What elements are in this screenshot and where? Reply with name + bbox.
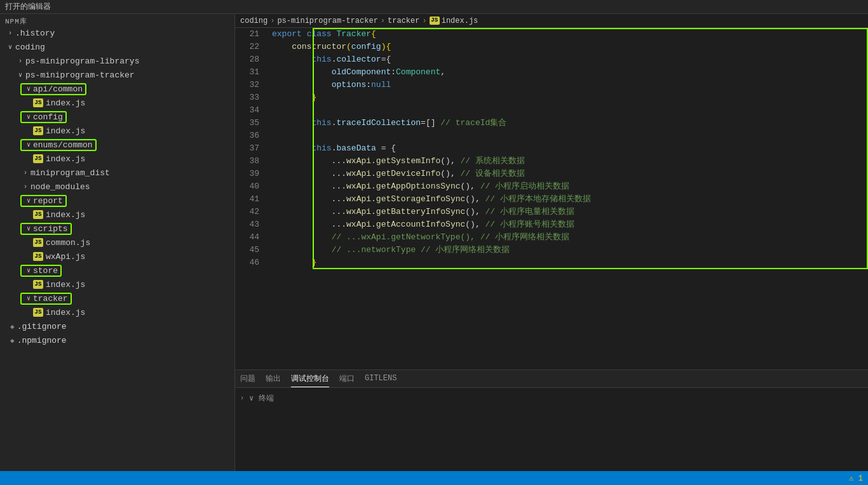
sidebar-item-history[interactable]: › .history — [0, 26, 234, 40]
sidebar-item-enums-common[interactable]: ∨ enums/common — [0, 138, 234, 152]
sidebar-item-scripts[interactable]: ∨ scripts — [0, 222, 234, 236]
code-content[interactable]: export class Tracker{ constructor(config… — [267, 28, 868, 369]
code-line-31: oldComponent:Component, — [272, 66, 863, 79]
sidebar-item-npmignore[interactable]: ◆ .npmignore — [0, 333, 234, 347]
main-layout: NPM库 › .history ∨ coding › ps-miniprogra… — [0, 14, 868, 471]
tab-issues[interactable]: 问题 — [240, 371, 255, 387]
arrow-icon: › — [15, 58, 25, 65]
sidebar-item-node-modules[interactable]: › node_modules — [0, 180, 234, 194]
sidebar-item-label: common.js — [46, 238, 90, 248]
breadcrumb-tracker: tracker — [388, 17, 419, 25]
breadcrumb-sep3: › — [422, 17, 426, 25]
code-line-39: ...wxApi.getDeviceInfo(), // 设备相关数据 — [272, 168, 863, 180]
highlighted-folder-report: ∨ report — [20, 195, 67, 207]
sidebar-item-label: miniprogram_dist — [31, 168, 110, 178]
sidebar-item-label: ps-miniprogram-librarys — [25, 56, 139, 66]
highlighted-folder-config: ∨ config — [20, 111, 67, 123]
warning-icon: ⚠ 1 — [849, 474, 863, 483]
arrow-icon: ∨ — [24, 295, 33, 302]
code-line-46: } — [272, 256, 863, 269]
arrow-icon: ∨ — [24, 225, 33, 232]
tab-port[interactable]: 端口 — [339, 371, 355, 387]
sidebar-item-api-index[interactable]: JS index.js — [0, 96, 234, 110]
sidebar-item-label: index.js — [46, 126, 85, 136]
arrow-icon: › — [5, 30, 15, 37]
sidebar-item-gitignore[interactable]: ◆ .gitignore — [0, 319, 234, 333]
diamond-icon: ◆ — [10, 322, 15, 331]
terminal-expand: ∨ — [249, 394, 254, 403]
sidebar-item-scripts-common[interactable]: JS common.js — [0, 236, 234, 249]
breadcrumb-bar: coding › ps-miniprogram-tracker › tracke… — [235, 14, 868, 28]
sidebar-item-api-common[interactable]: ∨ api/common — [0, 82, 234, 96]
code-line-35: this.traceIdCollection=[] // traceId集合 — [272, 117, 863, 130]
sidebar-item-label: store — [33, 266, 58, 276]
code-line-32: options:null — [272, 79, 863, 91]
code-line-37: this.baseData = { — [272, 142, 863, 155]
js-file-icon: JS — [33, 154, 43, 163]
sidebar: NPM库 › .history ∨ coding › ps-miniprogra… — [0, 14, 235, 471]
arrow-icon: › — [20, 169, 31, 176]
sidebar-item-label: node_modules — [31, 182, 90, 192]
arrow-icon: ∨ — [24, 197, 33, 204]
js-file-icon: JS — [33, 126, 43, 135]
code-line-22: constructor(config){ — [272, 41, 863, 53]
arrow-icon: ∨ — [24, 113, 33, 121]
code-editor[interactable]: 21 22 28 31 32 33 34 35 36 37 38 39 40 4… — [235, 28, 868, 369]
arrow-icon: ∨ — [5, 43, 15, 51]
sidebar-item-label: tracker — [33, 294, 68, 303]
sidebar-item-label: index.js — [46, 210, 85, 220]
sidebar-item-tracker[interactable]: ∨ tracker — [0, 291, 234, 305]
breadcrumb-tracker-project: ps-miniprogram-tracker — [277, 17, 377, 25]
sidebar-item-ps-miniprogram-tracker[interactable]: ∨ ps-miniprogram-tracker — [0, 68, 234, 82]
sidebar-item-enums-index[interactable]: JS index.js — [0, 152, 234, 166]
code-line-34 — [272, 104, 863, 117]
sidebar-content[interactable]: › .history ∨ coding › ps-miniprogram-lib… — [0, 26, 234, 471]
highlighted-folder-enums-common: ∨ enums/common — [20, 139, 97, 151]
code-line-38: ...wxApi.getSystemInfo(), // 系统相关数据 — [272, 155, 863, 168]
sidebar-item-label: .history — [15, 29, 55, 38]
sidebar-item-label: api/common — [33, 84, 83, 94]
sidebar-item-config-index[interactable]: JS index.js — [0, 124, 234, 138]
code-line-43: ...wxApi.getAccountInfoSync(), // 小程序账号相… — [272, 218, 863, 231]
highlighted-folder-tracker: ∨ tracker — [20, 293, 72, 305]
sidebar-item-store[interactable]: ∨ store — [0, 263, 234, 277]
code-line-28: this.collector={ — [272, 53, 863, 66]
tab-gitlens[interactable]: GITLENS — [365, 371, 397, 386]
sidebar-item-label: scripts — [33, 224, 68, 234]
status-bar-right: ⚠ 1 — [849, 474, 863, 483]
code-line-44: // ...wxApi.getNetworkType(), // 小程序网络相关… — [272, 231, 863, 244]
arrow-icon: ∨ — [24, 267, 33, 274]
sidebar-item-label: coding — [15, 43, 45, 52]
breadcrumb-sep2: › — [381, 17, 385, 25]
tab-output[interactable]: 输出 — [266, 371, 281, 387]
code-line-45: // ...networkType // 小程序网络相关数据 — [272, 244, 863, 256]
code-line-41: ...wxApi.getStorageInfoSync(), // 小程序本地存… — [272, 193, 863, 206]
sidebar-item-store-index[interactable]: JS index.js — [0, 277, 234, 291]
js-file-icon: JS — [33, 238, 43, 247]
tab-debug-console[interactable]: 调试控制台 — [291, 371, 329, 387]
js-file-icon: JS — [33, 252, 43, 261]
sidebar-item-label: index.js — [46, 308, 85, 317]
breadcrumb-coding: coding — [240, 17, 268, 25]
sidebar-item-scripts-wxapi[interactable]: JS wxApi.js — [0, 249, 234, 263]
terminal-arrow: › — [240, 395, 244, 402]
sidebar-item-label: .gitignore — [17, 322, 67, 331]
sidebar-item-config[interactable]: ∨ config — [0, 110, 234, 124]
panel-tabs: 问题 输出 调试控制台 端口 GITLENS — [235, 370, 868, 388]
js-file-icon: JS — [33, 98, 43, 107]
npm-section: NPM库 — [0, 14, 234, 26]
sidebar-item-label: ps-miniprogram-tracker — [25, 70, 135, 80]
status-bar: ⚠ 1 — [0, 471, 868, 485]
sidebar-item-tracker-index[interactable]: JS index.js — [0, 305, 234, 319]
sidebar-item-label: wxApi.js — [46, 252, 85, 262]
npm-label: NPM库 — [5, 18, 27, 25]
line-numbers: 21 22 28 31 32 33 34 35 36 37 38 39 40 4… — [235, 28, 267, 369]
sidebar-item-ps-miniprogram-librarys[interactable]: › ps-miniprogram-librarys — [0, 54, 234, 68]
sidebar-item-miniprogram-dist[interactable]: › miniprogram_dist — [0, 166, 234, 180]
highlighted-folder-scripts: ∨ scripts — [20, 223, 72, 235]
sidebar-item-report[interactable]: ∨ report — [0, 194, 234, 208]
sidebar-item-coding[interactable]: ∨ coding — [0, 40, 234, 54]
arrow-icon: › — [20, 183, 31, 190]
editor-area: coding › ps-miniprogram-tracker › tracke… — [235, 14, 868, 471]
sidebar-item-report-index[interactable]: JS index.js — [0, 208, 234, 222]
